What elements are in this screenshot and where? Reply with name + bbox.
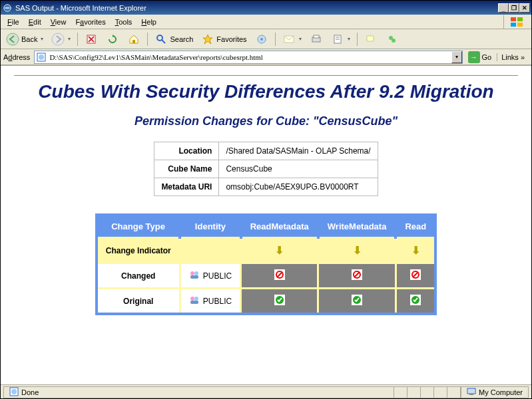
go-icon: →	[468, 51, 480, 63]
allow-icon	[274, 298, 285, 307]
svg-point-24	[190, 271, 194, 275]
indicator-identity	[180, 238, 240, 263]
svg-rect-19	[367, 36, 374, 41]
computer-icon	[467, 388, 476, 397]
links-label: Links	[501, 53, 519, 61]
svg-point-21	[392, 39, 396, 43]
close-button[interactable]: ✕	[519, 3, 530, 13]
indicator-label: Change Indicator	[97, 238, 180, 263]
info-cubename-label: Cube Name	[154, 160, 219, 178]
col-read-metadata: ReadMetadata	[241, 215, 318, 238]
back-button[interactable]: Back ▾	[3, 31, 46, 47]
original-write-metadata	[318, 289, 396, 315]
info-location-value: /Shared Data/SASMain - OLAP Schema/	[219, 142, 378, 160]
search-button[interactable]: Search	[152, 31, 196, 47]
svg-rect-47	[467, 388, 475, 394]
forward-button[interactable]: ▾	[49, 31, 73, 47]
status-slot	[394, 386, 407, 398]
address-dropdown-button[interactable]: ▾	[451, 51, 462, 63]
html-file-icon	[36, 52, 47, 63]
top-rule	[14, 75, 518, 76]
svg-point-6	[52, 33, 64, 45]
status-slot	[434, 386, 447, 398]
menubar: File Edit View Favorites Tools Help	[1, 15, 531, 29]
svg-rect-26	[190, 275, 198, 279]
discuss-button[interactable]	[362, 31, 380, 47]
html-file-icon	[9, 387, 19, 398]
original-label: Original	[97, 289, 180, 315]
home-button[interactable]	[125, 31, 143, 47]
mail-button[interactable]: ▾	[280, 31, 304, 47]
print-icon	[310, 33, 323, 46]
minimize-button[interactable]: _	[498, 3, 509, 13]
media-button[interactable]	[252, 31, 271, 47]
group-icon	[189, 270, 200, 281]
table-row: Location /Shared Data/SASMain - OLAP Sch…	[154, 142, 378, 160]
col-change-type: Change Type	[97, 215, 180, 238]
menu-edit[interactable]: Edit	[25, 17, 45, 27]
menu-help[interactable]: Help	[137, 17, 160, 27]
down-arrow-icon: ⬇	[353, 245, 362, 256]
menu-tools[interactable]: Tools	[111, 17, 136, 27]
col-write-metadata: WriteMetadata	[318, 215, 396, 238]
down-arrow-icon: ⬇	[411, 245, 420, 256]
menu-view[interactable]: View	[47, 17, 71, 27]
address-input-wrap: ▾	[34, 51, 462, 64]
statusbar: Done My Computer	[1, 384, 531, 399]
links-button[interactable]: Links »	[497, 53, 529, 61]
info-location-label: Location	[154, 142, 219, 160]
info-cubename-value: CensusCube	[219, 160, 378, 178]
media-icon	[255, 33, 268, 46]
search-label: Search	[170, 35, 193, 43]
refresh-button[interactable]	[103, 31, 122, 47]
content-area[interactable]: Cubes With Security Differences After 9.…	[1, 65, 531, 384]
changed-identity: PUBLIC	[180, 263, 240, 289]
edit-button[interactable]: ▾	[328, 31, 353, 47]
back-label: Back	[21, 35, 37, 43]
stop-icon	[85, 33, 98, 46]
info-uri-label: Metadata URI	[154, 178, 219, 196]
zone-text: My Computer	[479, 388, 523, 396]
home-icon	[127, 33, 140, 46]
star-icon	[201, 33, 214, 46]
status-slot	[447, 386, 461, 398]
svg-point-12	[260, 38, 263, 41]
col-identity: Identity	[180, 215, 240, 238]
maximize-button[interactable]: ❐	[509, 3, 519, 13]
table-row: Cube Name CensusCube	[154, 160, 378, 178]
address-input[interactable]	[48, 53, 451, 61]
svg-line-10	[162, 40, 165, 43]
changed-label: Changed	[97, 263, 180, 289]
window-titlebar: SAS Output - Microsoft Internet Explorer…	[1, 1, 531, 15]
menu-file[interactable]: File	[3, 17, 23, 27]
edit-icon	[331, 33, 344, 46]
group-icon	[189, 295, 200, 307]
original-read	[396, 289, 435, 315]
table-header-row: Change Type Identity ReadMetadata WriteM…	[97, 215, 435, 238]
indicator-read-metadata: ⬇	[241, 238, 318, 263]
info-table: Location /Shared Data/SASMain - OLAP Sch…	[154, 142, 378, 196]
deny-icon	[352, 273, 362, 282]
windows-logo-icon	[503, 15, 529, 29]
down-arrow-icon: ⬇	[275, 245, 284, 256]
svg-rect-3	[511, 23, 516, 27]
print-button[interactable]	[307, 31, 326, 47]
back-icon	[6, 33, 19, 46]
favorites-button[interactable]: Favorites	[198, 31, 249, 47]
chevron-down-icon: ▾	[348, 36, 350, 42]
changed-write-metadata	[318, 263, 396, 289]
stop-button[interactable]	[82, 31, 101, 47]
menu-favorites[interactable]: Favorites	[71, 17, 109, 27]
indicator-read: ⬇	[396, 238, 435, 263]
table-row: Change Indicator ⬇ ⬇ ⬇	[97, 238, 435, 263]
svg-rect-4	[517, 23, 523, 27]
page-title: Cubes With Security Differences After 9.…	[14, 81, 518, 102]
chevron-down-icon: ▾	[68, 36, 71, 42]
svg-point-36	[190, 297, 194, 301]
allow-icon	[410, 298, 421, 307]
chevron-down-icon: ▾	[41, 36, 43, 42]
changed-read-metadata	[241, 263, 318, 289]
go-button[interactable]: → Go	[465, 50, 495, 65]
svg-rect-48	[469, 394, 473, 395]
messenger-button[interactable]	[383, 31, 401, 47]
